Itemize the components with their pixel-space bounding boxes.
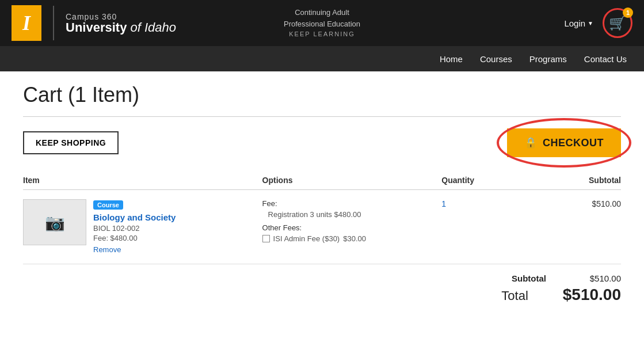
checkout-wrapper: 🔒 CHECKOUT — [507, 128, 622, 157]
remove-link[interactable]: Remove — [93, 245, 121, 254]
total-label: Total — [482, 288, 528, 303]
cart-icon: 🛒 — [609, 15, 626, 31]
course-badge: Course — [93, 200, 123, 210]
col-subtotal: Subtotal — [531, 171, 621, 190]
nav-home[interactable]: Home — [440, 54, 463, 64]
header-tagline: Continuing Adult Professional Education … — [284, 7, 360, 39]
options-fee-label: Fee: — [262, 199, 442, 208]
col-item: Item — [23, 171, 262, 190]
other-fees-label: Other Fees: — [262, 223, 442, 232]
other-fee-row: ISI Admin Fee ($30) $30.00 — [262, 234, 442, 243]
nav-contact[interactable]: Contact Us — [584, 54, 627, 64]
cart-button[interactable]: 🛒 1 — [603, 8, 632, 38]
total-row: Total $510.00 — [482, 286, 621, 304]
item-info: Course Biology and Society BIOL 102-002 … — [93, 199, 262, 254]
item-image: 📷 — [23, 199, 86, 245]
options-cell: Fee: Registration 3 units $480.00 Other … — [262, 190, 442, 264]
main-content: Cart (1 Item) KEEP SHOPPING 🔒 CHECKOUT I… — [0, 71, 644, 327]
camera-icon: 📷 — [45, 213, 65, 232]
other-fee-item: ISI Admin Fee ($30) — [273, 234, 340, 243]
table-header-row: Item Options Quantity Subtotal — [23, 171, 621, 190]
keep-shopping-button[interactable]: KEEP SHOPPING — [23, 131, 119, 154]
col-options: Options — [262, 171, 442, 190]
total-value: $510.00 — [563, 286, 621, 304]
logo-i-letter: I — [12, 5, 41, 41]
cart-table: Item Options Quantity Subtotal 📷 Course … — [23, 171, 621, 264]
table-row: 📷 Course Biology and Society BIOL 102-00… — [23, 190, 621, 264]
subtotal-label: Subtotal — [500, 273, 546, 283]
nav-bar: Home Courses Programs Contact Us — [0, 46, 644, 71]
nav-courses[interactable]: Courses — [480, 54, 512, 64]
header-top: I Campus 360 University of Idaho Continu… — [0, 0, 644, 46]
fee-checkbox[interactable] — [262, 235, 270, 242]
logo-section: I Campus 360 University of Idaho — [12, 5, 176, 41]
item-cell: 📷 Course Biology and Society BIOL 102-00… — [23, 190, 262, 264]
item-name-link[interactable]: Biology and Society — [93, 212, 262, 222]
subtotal-cell: $510.00 — [531, 190, 621, 264]
subtotal-value: $510.00 — [581, 273, 621, 283]
col-quantity: Quantity — [441, 171, 531, 190]
login-button[interactable]: Login — [564, 18, 593, 28]
logo-divider — [53, 6, 54, 40]
checkout-button[interactable]: 🔒 CHECKOUT — [507, 128, 622, 157]
options-fee-value: Registration 3 units $480.00 — [268, 210, 442, 219]
divider — [23, 116, 621, 117]
item-fee: Fee: $480.00 — [93, 234, 262, 242]
item-code: BIOL 102-002 — [93, 224, 262, 233]
logo-text: Campus 360 University of Idaho — [66, 12, 176, 34]
quantity-cell: 1 — [441, 190, 531, 264]
other-fee-value: $30.00 — [343, 234, 366, 243]
page-title: Cart (1 Item) — [23, 83, 621, 107]
lock-icon: 🔒 — [524, 136, 538, 149]
university-label: University of Idaho — [66, 21, 176, 34]
totals-section: Subtotal $510.00 Total $510.00 — [23, 264, 621, 304]
cart-badge: 1 — [623, 7, 633, 18]
action-row: KEEP SHOPPING 🔒 CHECKOUT — [23, 128, 621, 157]
subtotal-row: Subtotal $510.00 — [500, 273, 621, 283]
nav-programs[interactable]: Programs — [529, 54, 567, 64]
checkout-label: CHECKOUT — [543, 137, 604, 149]
header-actions: Login 🛒 1 — [564, 8, 632, 38]
